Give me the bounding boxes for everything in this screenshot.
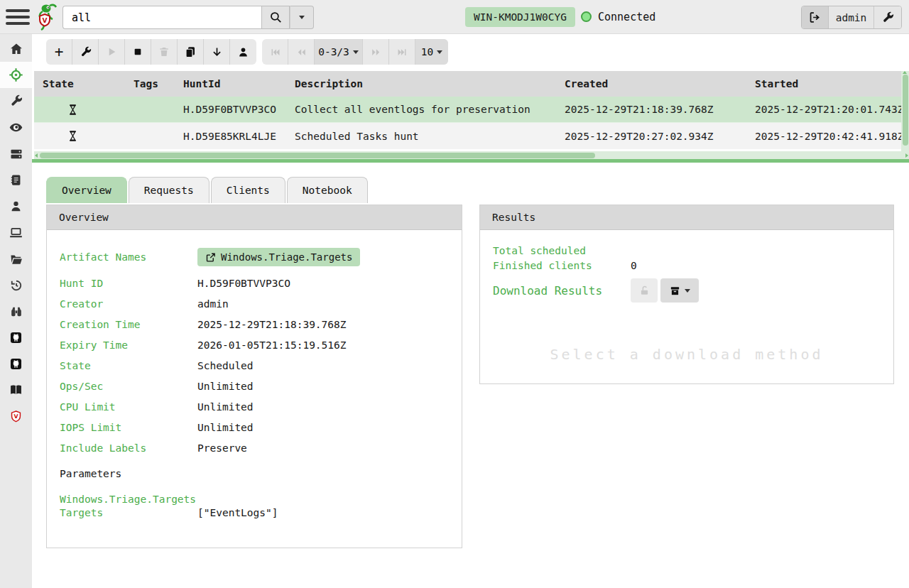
user-controls: admin (801, 6, 902, 29)
assign-user-button[interactable] (230, 39, 256, 65)
col-header-state[interactable]: State (34, 78, 125, 89)
field-label: Hunt ID (60, 278, 197, 289)
svg-text:V: V (13, 413, 18, 420)
caret-down-icon (437, 50, 442, 54)
sidebar-item-github-repo[interactable] (0, 325, 32, 351)
col-header-description[interactable]: Description (286, 78, 556, 89)
download-placeholder-text: Select a download method (480, 346, 893, 363)
logout-button[interactable] (802, 6, 829, 28)
wrench-icon (881, 11, 894, 24)
table-row[interactable]: H.D59E85KRL4LJE Scheduled Tasks hunt 202… (34, 123, 901, 149)
run-hunt-button[interactable] (99, 39, 125, 65)
unlock-icon (638, 285, 651, 297)
search-button[interactable] (261, 6, 290, 29)
modify-hunt-button[interactable] (72, 39, 99, 65)
sidebar-item-search[interactable] (0, 298, 32, 325)
wrench-icon (9, 94, 23, 108)
sidebar-item-github-docs[interactable] (0, 351, 32, 377)
sidebar-item-server-dashboard[interactable] (0, 141, 32, 167)
col-header-created[interactable]: Created (556, 78, 746, 89)
field-value: H.D59F0BTVVP3CO (197, 278, 449, 289)
hunt-table-header: State Tags HuntId Description Created St… (34, 71, 901, 97)
next-page-button[interactable] (363, 39, 389, 65)
velociraptor-logo: V (34, 3, 58, 33)
copy-hunt-button[interactable] (178, 39, 204, 65)
trash-icon (158, 46, 170, 58)
hunt-actions-toolbar: + (46, 39, 256, 65)
field-value: Unlimited (197, 381, 449, 392)
page-size-label: 10 (421, 46, 433, 58)
username-button[interactable]: admin (829, 6, 874, 28)
tab-requests[interactable]: Requests (129, 177, 209, 203)
table-bottom-divider (32, 159, 909, 163)
history-icon (9, 278, 23, 293)
cell-created: 2025-12-29T21:18:39.768Z (556, 104, 746, 115)
tab-overview[interactable]: Overview (46, 177, 127, 203)
delete-hunt-button[interactable] (151, 39, 178, 65)
prepare-download-button[interactable] (660, 278, 699, 303)
hostname-badge[interactable]: WIN-KMODJ1W0CYG (465, 7, 575, 27)
caret-down-icon (299, 16, 305, 19)
download-results-label: Download Results (493, 284, 631, 298)
sidebar-item-collected-artifacts[interactable] (0, 246, 32, 272)
logout-icon (808, 11, 822, 24)
sidebar-item-velociraptor-about[interactable]: V (0, 403, 32, 430)
field-value: Scheduled (197, 360, 449, 371)
finished-clients-value: 0 (631, 260, 881, 271)
caret-down-icon (353, 50, 359, 54)
prev-page-icon (296, 47, 307, 58)
field-label: Creation Time (60, 319, 197, 330)
table-row[interactable]: H.D59F0BTVVP3CO Collect all eventlogs fo… (34, 97, 901, 123)
server-stack-icon (9, 147, 23, 161)
artifact-names-label: Artifact Names (60, 251, 197, 263)
laptop-icon (9, 225, 23, 240)
finished-clients-label: Finished clients (493, 260, 631, 271)
col-header-started[interactable]: Started (746, 78, 901, 89)
sidebar-item-home[interactable] (0, 36, 32, 62)
col-header-huntid[interactable]: HuntId (175, 78, 286, 89)
password-protect-button[interactable] (631, 278, 658, 303)
results-panel-title: Results (480, 205, 893, 230)
page-size-dropdown[interactable]: 10 (415, 39, 448, 65)
new-hunt-button[interactable]: + (46, 39, 72, 65)
user-settings-button[interactable] (874, 6, 901, 28)
search-input[interactable] (62, 6, 261, 29)
search-options-button[interactable] (290, 6, 314, 29)
table-horizontal-scrollbar[interactable] (34, 151, 909, 159)
sidebar-item-users[interactable] (0, 193, 32, 219)
sidebar-item-client-events[interactable] (0, 272, 32, 298)
tab-clients[interactable]: Clients (211, 177, 285, 203)
table-vertical-scrollbar[interactable] (901, 71, 909, 160)
sidebar-item-server-artifacts[interactable] (0, 88, 32, 114)
search-icon (269, 11, 283, 24)
sidebar-item-clients[interactable] (0, 219, 32, 246)
col-header-tags[interactable]: Tags (125, 78, 175, 89)
page-range-dropdown[interactable]: 0-3/3 (315, 39, 363, 65)
connection-status-label: Connected (598, 11, 655, 23)
last-page-button[interactable] (389, 39, 415, 65)
user-icon (9, 200, 23, 213)
overview-panel-title: Overview (47, 205, 462, 230)
stop-hunt-button[interactable] (125, 39, 151, 65)
prev-page-button[interactable] (288, 39, 315, 65)
first-page-button[interactable] (262, 39, 288, 65)
hamburger-menu-icon[interactable] (6, 9, 30, 25)
download-hunt-button[interactable] (204, 39, 230, 65)
pagination-toolbar: 0-3/3 10 (262, 39, 448, 65)
tab-notebook[interactable]: Notebook (287, 177, 368, 203)
cell-started: 2025-12-29T20:42:41.918Z (746, 131, 901, 142)
field-value: 2026-01-05T21:15:19.516Z (197, 339, 449, 351)
sidebar-item-server-events[interactable] (0, 114, 32, 141)
cell-started: 2025-12-29T21:20:01.743Z (746, 104, 901, 115)
sidebar-item-documentation[interactable] (0, 377, 32, 403)
hunt-search-group (62, 6, 314, 29)
sidebar-item-notebooks[interactable] (0, 167, 32, 193)
field-value: Unlimited (197, 422, 449, 433)
external-link-icon (205, 252, 216, 263)
field-label: Creator (60, 298, 197, 310)
wrench-icon (80, 46, 92, 58)
person-icon (237, 46, 249, 58)
binoculars-icon (9, 305, 23, 319)
artifact-badge[interactable]: Windows.Triage.Targets (197, 248, 360, 266)
sidebar-item-hunt-manager[interactable] (0, 62, 32, 88)
